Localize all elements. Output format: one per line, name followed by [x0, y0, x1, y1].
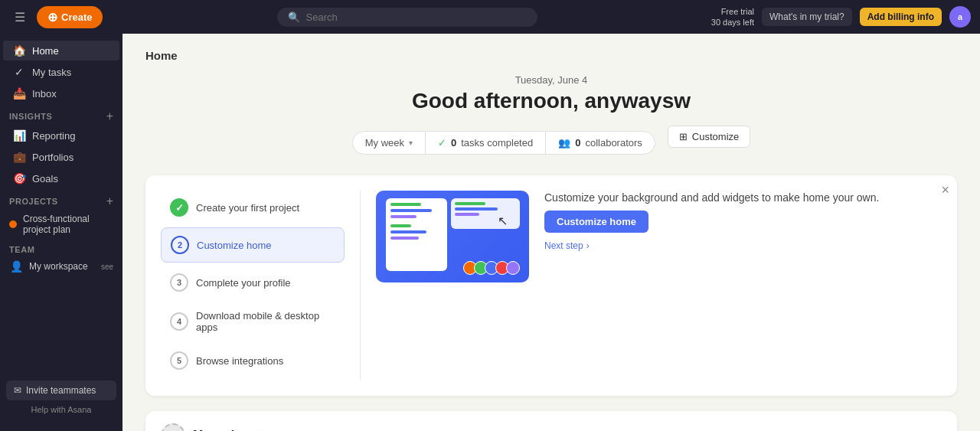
my-week-button[interactable]: My week ▾: [353, 132, 426, 154]
create-label: Create: [61, 11, 92, 23]
sidebar-item-home[interactable]: 🏠 Home: [3, 41, 119, 60]
onboarding-step-5[interactable]: 5 Browse integrations: [161, 344, 345, 377]
hero-stats: My week ▾ ✓ 0 tasks completed 👥 0 collab…: [352, 131, 655, 155]
trial-line1: Free trial: [711, 6, 754, 17]
onboarding-step-3[interactable]: 3 Complete your profile: [161, 266, 345, 299]
step-3-circle: 3: [170, 273, 188, 292]
search-input-wrap[interactable]: 🔍: [277, 8, 537, 27]
hamburger-button[interactable]: ☰: [9, 6, 31, 28]
onboarding-steps-list: ✓ Create your first project 2 Customize …: [161, 191, 345, 380]
preview-panel-left: [386, 198, 447, 271]
sidebar-workspace-label: My workspace: [29, 261, 88, 272]
preview-bar-2: [390, 209, 432, 212]
customize-label: Customize: [692, 131, 739, 142]
sidebar-home-label: Home: [32, 45, 59, 57]
tasks-avatar: [161, 423, 185, 431]
step-1-circle: ✓: [170, 198, 188, 217]
tasks-icon: ✓: [12, 66, 26, 78]
chevron-down-icon: ▾: [409, 139, 413, 147]
create-plus-icon: ⊕: [47, 10, 57, 24]
invite-icon: ✉: [14, 385, 21, 396]
create-button[interactable]: ⊕ Create: [37, 6, 103, 28]
tasks-completed-label: tasks completed: [461, 137, 533, 149]
step-4-circle: 4: [170, 312, 188, 331]
sidebar-item-reporting[interactable]: 📊 Reporting: [3, 126, 119, 145]
insights-section-label: Insights: [9, 112, 52, 121]
onboarding-step-1[interactable]: ✓ Create your first project: [161, 191, 345, 224]
chevron-right-icon: ›: [586, 240, 590, 251]
avatar: a: [949, 6, 971, 28]
preview-bar-1: [390, 203, 422, 206]
people-icon: 👥: [558, 137, 570, 149]
onboarding-desc: Customize your background and add widget…: [544, 191, 942, 251]
layout: 🏠 Home ✓ My tasks 📥 Inbox Insights + 📊 R…: [0, 34, 980, 431]
main-content: Home Tuesday, June 4 Good afternoon, any…: [122, 34, 980, 431]
page-title: Home: [145, 49, 957, 62]
step-5-circle: 5: [170, 351, 188, 370]
topbar-right: Free trial 30 days left What's in my tri…: [711, 6, 971, 28]
add-insights-button[interactable]: +: [106, 110, 113, 122]
sidebar-goals-label: Goals: [32, 173, 58, 184]
whats-in-trial-button[interactable]: What's in my trial?: [762, 8, 852, 26]
add-project-button[interactable]: +: [106, 195, 113, 207]
invite-label: Invite teammates: [26, 385, 96, 396]
onboarding-preview-desc: Customize your background and add widget…: [544, 191, 942, 206]
team-section-label: Team: [9, 245, 34, 254]
next-step-link[interactable]: Next step ›: [544, 240, 942, 251]
sidebar-project-cross-functional[interactable]: Cross-functional project plan: [0, 210, 122, 239]
tasks-header: My tasks 🔒: [161, 423, 942, 431]
sidebar-item-portfolios[interactable]: 💼 Portfolios: [3, 147, 119, 167]
onboarding-preview: ↖: [376, 191, 529, 282]
collaborators-button[interactable]: 👥 0 collaborators: [546, 132, 655, 154]
sidebar-item-goals[interactable]: 🎯 Goals: [3, 168, 119, 188]
tasks-completed-button[interactable]: ✓ 0 tasks completed: [426, 132, 546, 154]
sidebar-team-workspace[interactable]: 👤 My workspace see: [0, 256, 122, 276]
preview-bar-3: [390, 215, 416, 218]
preview-bar-5: [390, 230, 427, 233]
search-icon: 🔍: [288, 11, 300, 23]
home-icon: 🏠: [12, 44, 26, 57]
step-2-circle: 2: [171, 236, 189, 254]
collaborators-label: collaborators: [585, 137, 642, 149]
portfolios-icon: 💼: [12, 151, 26, 163]
step-2-label: Customize home: [197, 240, 272, 251]
next-step-label: Next step: [544, 240, 583, 251]
onboarding-cta-button[interactable]: Customize home: [544, 211, 648, 233]
onboarding-step-2[interactable]: 2 Customize home: [161, 227, 345, 263]
tasks-completed-count: 0: [451, 137, 456, 149]
preview-inner: ↖: [382, 194, 524, 279]
project-dot-icon: [9, 220, 17, 228]
sidebar-my-tasks-label: My tasks: [32, 67, 71, 78]
preview-bar-4: [390, 224, 411, 227]
sidebar-reporting-label: Reporting: [32, 130, 75, 142]
close-onboarding-button[interactable]: ×: [941, 183, 949, 197]
cursor-icon: ↖: [498, 214, 508, 224]
onboarding-card: × ✓ Create your first project 2 Customiz…: [145, 175, 957, 396]
trial-line2: 30 days left: [711, 17, 754, 28]
tasks-section: My tasks 🔒 Upcoming Overdue Completed + …: [145, 411, 957, 431]
customize-icon: ⊞: [679, 131, 688, 142]
invite-teammates-button[interactable]: ✉ Invite teammates: [6, 380, 116, 400]
hero-date: Tuesday, June 4: [145, 74, 957, 86]
sidebar-item-my-tasks[interactable]: ✓ My tasks: [3, 62, 119, 82]
inbox-icon: 📥: [12, 87, 26, 100]
sidebar-item-inbox[interactable]: 📥 Inbox: [3, 83, 119, 103]
add-billing-button[interactable]: Add billing info: [860, 8, 942, 26]
insights-section-header: Insights +: [0, 104, 122, 125]
search-input[interactable]: [306, 11, 527, 23]
step-1-label: Create your first project: [196, 202, 299, 214]
step-3-label: Complete your profile: [196, 277, 291, 289]
reporting-icon: 📊: [12, 129, 26, 142]
search-bar: 🔍: [109, 8, 704, 27]
customize-button[interactable]: ⊞ Customize: [668, 126, 750, 148]
onboarding-step-4[interactable]: 4 Download mobile & desktop apps: [161, 302, 345, 341]
projects-section-label: Projects: [9, 197, 58, 206]
collaborators-count: 0: [575, 137, 580, 149]
topbar-left: ☰ ⊕ Create: [9, 6, 103, 28]
sidebar-inbox-label: Inbox: [32, 88, 57, 100]
team-section-header: Team: [0, 239, 122, 256]
topbar: ☰ ⊕ Create 🔍 Free trial 30 days left Wha…: [0, 0, 980, 34]
sidebar: 🏠 Home ✓ My tasks 📥 Inbox Insights + 📊 R…: [0, 34, 122, 431]
workspace-icon: 👤: [9, 260, 23, 273]
help-link[interactable]: Help with Asana: [6, 400, 116, 419]
